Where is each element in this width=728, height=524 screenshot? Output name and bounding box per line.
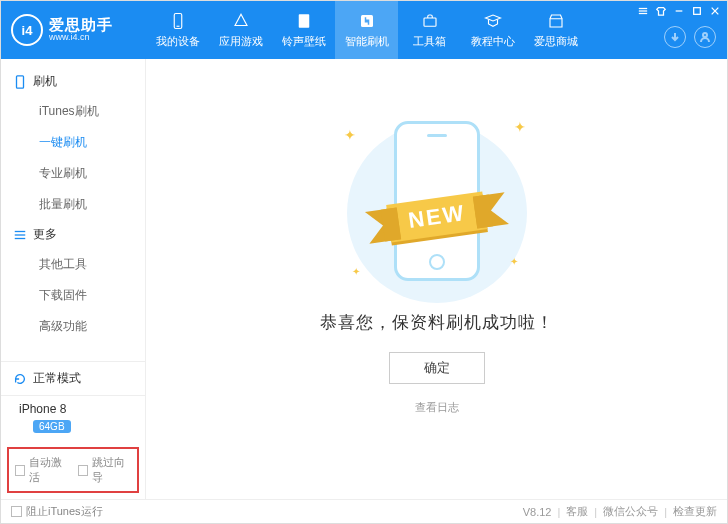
nav-apps[interactable]: 应用游戏: [209, 1, 272, 59]
download-icon[interactable]: [664, 26, 686, 48]
nav-ringtones[interactable]: 铃声壁纸: [272, 1, 335, 59]
svg-rect-4: [424, 18, 436, 26]
user-icon[interactable]: [694, 26, 716, 48]
checkbox-icon: [78, 465, 88, 476]
tutorial-icon: [484, 12, 502, 30]
view-log-link[interactable]: 查看日志: [415, 400, 459, 415]
check-update-link[interactable]: 检查更新: [673, 504, 717, 519]
sidebar-group-title: 更多: [33, 226, 57, 243]
svg-rect-2: [298, 14, 309, 28]
success-illustration: ✦ ✦ ✦ ✦ NEW: [322, 97, 552, 297]
toolbox-icon: [421, 12, 439, 30]
more-icon: [13, 228, 27, 242]
sidebar-item-batch-flash[interactable]: 批量刷机: [1, 189, 145, 220]
device-name: iPhone 8: [19, 402, 66, 416]
sidebar-item-other-tools[interactable]: 其他工具: [1, 249, 145, 280]
sparkle-icon: ✦: [352, 266, 360, 277]
checkbox-label: 跳过向导: [92, 455, 131, 485]
mode-label: 正常模式: [33, 370, 81, 387]
nav-my-device[interactable]: 我的设备: [146, 1, 209, 59]
svg-point-12: [703, 33, 707, 37]
nav-label: 教程中心: [471, 34, 515, 49]
sidebar: 刷机 iTunes刷机 一键刷机 专业刷机 批量刷机 更多 其他工具 下载固件 …: [1, 59, 146, 499]
svg-rect-13: [17, 75, 24, 87]
wechat-link[interactable]: 微信公众号: [603, 504, 658, 519]
checkbox-auto-activate[interactable]: 自动激活: [15, 455, 68, 485]
checkbox-icon: [15, 465, 25, 476]
sidebar-item-advanced[interactable]: 高级功能: [1, 311, 145, 342]
checkbox-label: 阻止iTunes运行: [26, 504, 103, 519]
sidebar-item-itunes-flash[interactable]: iTunes刷机: [1, 96, 145, 127]
status-bar: 阻止iTunes运行 V8.12 | 客服 | 微信公众号 | 检查更新: [1, 499, 727, 523]
nav-label: 我的设备: [156, 34, 200, 49]
sparkle-icon: ✦: [344, 127, 356, 143]
checkbox-label: 自动激活: [29, 455, 68, 485]
sparkle-icon: ✦: [510, 256, 518, 267]
nav-label: 应用游戏: [219, 34, 263, 49]
sidebar-item-oneclick-flash[interactable]: 一键刷机: [1, 127, 145, 158]
brand-subtitle: www.i4.cn: [49, 33, 113, 43]
nav-toolbox[interactable]: 工具箱: [398, 1, 461, 59]
checkbox-block-itunes[interactable]: 阻止iTunes运行: [11, 504, 103, 519]
nav-label: 智能刷机: [345, 34, 389, 49]
nav-store[interactable]: 爱思商城: [524, 1, 587, 59]
main-content: ✦ ✦ ✦ ✦ NEW 恭喜您，保资料刷机成功啦！ 确定 查看日志: [146, 59, 727, 499]
sidebar-group-more: 更多: [1, 220, 145, 249]
nav-tutorials[interactable]: 教程中心: [461, 1, 524, 59]
nav-label: 工具箱: [413, 34, 446, 49]
nav-label: 爱思商城: [534, 34, 578, 49]
version-label: V8.12: [523, 506, 552, 518]
svg-rect-9: [694, 8, 701, 15]
sidebar-item-download-firmware[interactable]: 下载固件: [1, 280, 145, 311]
apps-icon: [232, 12, 250, 30]
sidebar-device[interactable]: iPhone 8: [13, 402, 133, 416]
refresh-icon: [13, 372, 27, 386]
sidebar-mode-status[interactable]: 正常模式: [1, 361, 145, 395]
menu-icon[interactable]: [637, 5, 649, 17]
storage-badge: 64GB: [33, 420, 71, 433]
confirm-button[interactable]: 确定: [389, 352, 485, 384]
support-link[interactable]: 客服: [566, 504, 588, 519]
success-message: 恭喜您，保资料刷机成功啦！: [320, 311, 554, 334]
checkbox-icon: [11, 506, 22, 517]
brand-area: i4 爱思助手 www.i4.cn: [1, 1, 146, 59]
phone-icon: [169, 12, 187, 30]
store-icon: [547, 12, 565, 30]
checkbox-skip-guide[interactable]: 跳过向导: [78, 455, 131, 485]
nav-flash[interactable]: 智能刷机: [335, 1, 398, 59]
top-nav: 我的设备 应用游戏 铃声壁纸 智能刷机 工具箱 教程中心: [146, 1, 637, 59]
sidebar-group-title: 刷机: [33, 73, 57, 90]
minimize-icon[interactable]: [673, 5, 685, 17]
flash-icon: [358, 12, 376, 30]
brand-title: 爱思助手: [49, 17, 113, 34]
maximize-icon[interactable]: [691, 5, 703, 17]
wallpaper-icon: [295, 12, 313, 30]
close-icon[interactable]: [709, 5, 721, 17]
sidebar-item-pro-flash[interactable]: 专业刷机: [1, 158, 145, 189]
app-header: i4 爱思助手 www.i4.cn 我的设备 应用游戏 铃声壁纸 智能刷机: [1, 1, 727, 59]
sparkle-icon: ✦: [514, 119, 526, 135]
sidebar-group-flash: 刷机: [1, 67, 145, 96]
skin-icon[interactable]: [655, 5, 667, 17]
brand-logo-icon: i4: [11, 14, 43, 46]
nav-label: 铃声壁纸: [282, 34, 326, 49]
device-icon: [13, 75, 27, 89]
sidebar-options-highlight: 自动激活 跳过向导: [7, 447, 139, 493]
